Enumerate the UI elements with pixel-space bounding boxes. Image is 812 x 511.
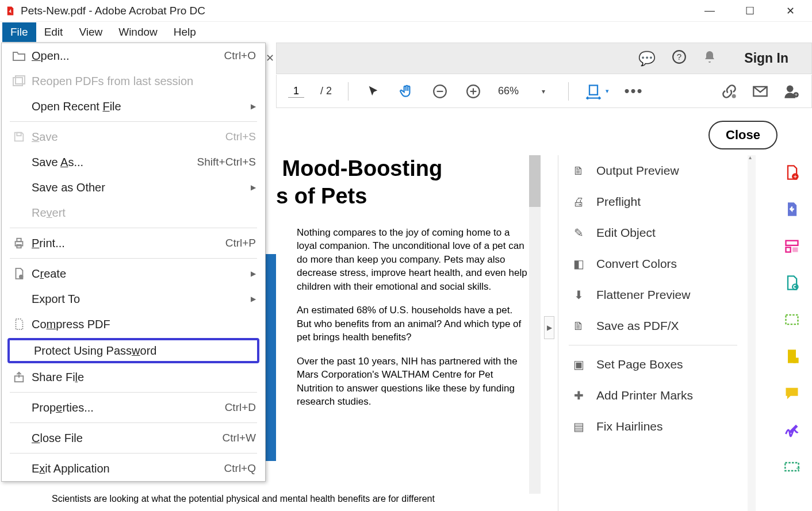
share-link-icon[interactable] <box>721 83 738 100</box>
submenu-arrow-icon: ▶ <box>251 295 256 303</box>
menu-view[interactable]: View <box>71 22 110 42</box>
more-strip-icon[interactable]: + <box>783 458 801 476</box>
file-menu-dropdown: Open... Ctrl+O Reopen PDFs from last ses… <box>1 43 266 482</box>
menu-create[interactable]: + Create ▶ <box>2 261 265 286</box>
menu-label: Properties... <box>32 401 225 414</box>
save-pdfx-icon: 🗎 <box>571 318 586 333</box>
window-controls: — ☐ ✕ <box>698 5 807 17</box>
main-toolbar: 1 / 2 66% ▾ ▾ ••• + <box>276 75 812 108</box>
minimize-button[interactable]: — <box>698 5 721 17</box>
panel-expand-handle[interactable]: ▶ <box>544 316 554 339</box>
menu-print[interactable]: Print... Ctrl+P <box>2 230 265 256</box>
document-title: Mood-Boostings of Pets <box>276 155 529 210</box>
page-number-input[interactable]: 1 <box>288 85 304 98</box>
compress-icon <box>10 317 28 331</box>
menu-save: Save Ctrl+S <box>2 124 265 149</box>
tool-output-preview[interactable]: 🗎Output Preview <box>558 155 748 186</box>
zoom-dropdown-icon[interactable]: ▾ <box>535 83 552 100</box>
separator <box>10 422 257 423</box>
quick-tools-strip: + + <box>772 155 812 511</box>
menu-help[interactable]: Help <box>166 22 204 42</box>
tool-set-page-boxes[interactable]: ▣Set Page Boxes <box>558 349 748 380</box>
titlebar: Pets-New.pdf - Adobe Acrobat Pro DC — ☐ … <box>0 0 812 22</box>
close-window-button[interactable]: ✕ <box>779 5 802 17</box>
sign-icon[interactable] <box>783 421 801 439</box>
tool-preflight[interactable]: 🖨Preflight <box>558 186 748 217</box>
shortcut: Ctrl+S <box>225 130 256 143</box>
help-icon[interactable]: ? <box>672 49 687 68</box>
menu-label: Export To <box>32 293 251 306</box>
svg-rect-7 <box>589 85 597 94</box>
sign-in-button[interactable]: Sign In <box>744 51 788 66</box>
organize-pages-icon[interactable] <box>783 237 801 255</box>
svg-text:+: + <box>796 463 800 472</box>
tab-close-icon[interactable]: ✕ <box>266 52 274 64</box>
more-tools-icon[interactable]: ••• <box>625 83 642 100</box>
fit-dropdown-icon[interactable]: ▾ <box>606 87 609 95</box>
shortcut: Ctrl+D <box>225 401 256 414</box>
document-paragraph: Nothing compares to the joy of coming ho… <box>297 226 529 293</box>
menu-open-recent[interactable]: Open Recent File ▶ <box>2 94 265 119</box>
tool-label: Convert Colors <box>596 257 677 271</box>
hand-tool-icon[interactable] <box>398 83 415 100</box>
comment-icon[interactable] <box>783 384 801 402</box>
submenu-arrow-icon: ▶ <box>251 270 256 278</box>
menu-edit[interactable]: Edit <box>36 22 71 42</box>
email-icon[interactable] <box>752 83 769 100</box>
submenu-arrow-icon: ▶ <box>251 183 256 191</box>
menu-label: Close File <box>32 432 222 445</box>
fit-width-icon[interactable] <box>585 83 602 100</box>
share-icon <box>10 370 28 384</box>
separator <box>10 258 257 259</box>
export-pdf-icon[interactable] <box>783 200 801 218</box>
save-icon <box>10 130 28 144</box>
menu-export[interactable]: Export To ▶ <box>2 286 265 312</box>
selection-tool-icon[interactable] <box>365 83 382 100</box>
menu-label: Exit Application <box>32 462 224 475</box>
menu-file[interactable]: File <box>2 22 36 42</box>
tool-convert-colors[interactable]: ◧Convert Colors <box>558 248 748 279</box>
menu-properties[interactable]: Properties... Ctrl+D <box>2 395 265 420</box>
acrobat-icon <box>5 5 16 17</box>
page-total: / 2 <box>320 85 332 97</box>
tool-label: Add Printer Marks <box>596 389 693 402</box>
menu-window[interactable]: Window <box>110 22 166 42</box>
zoom-in-icon[interactable] <box>465 83 482 100</box>
menu-protect-password[interactable]: Protect Using Password <box>10 340 257 361</box>
fill-sign-icon[interactable] <box>783 347 801 366</box>
zoom-level[interactable]: 66% <box>498 85 519 97</box>
menu-label: Protect Using Password <box>34 344 254 358</box>
menu-save-as[interactable]: Save As... Shift+Ctrl+S <box>2 149 265 175</box>
zoom-out-icon[interactable] <box>431 83 449 100</box>
menu-open[interactable]: Open... Ctrl+O <box>2 43 265 68</box>
tool-save-pdfx[interactable]: 🗎Save as PDF/X <box>558 310 748 341</box>
separator <box>10 121 257 122</box>
menu-close-file[interactable]: Close File Ctrl+W <box>2 425 265 451</box>
tool-label: Set Page Boxes <box>596 358 683 371</box>
tool-flattener-preview[interactable]: ⬇Flattener Preview <box>558 279 748 310</box>
bell-icon[interactable] <box>703 50 717 67</box>
edit-object-icon: ✎ <box>571 225 586 240</box>
menu-compress[interactable]: Compress PDF <box>2 312 265 337</box>
create-pdf-icon[interactable]: + <box>783 163 801 182</box>
close-button[interactable]: Close <box>708 121 777 149</box>
add-person-icon[interactable]: + <box>783 83 800 100</box>
enhance-scan-icon[interactable] <box>783 274 801 292</box>
protect-icon[interactable] <box>783 310 801 329</box>
submenu-arrow-icon: ▶ <box>251 102 256 110</box>
menu-save-other[interactable]: Save as Other ▶ <box>2 175 265 200</box>
menu-share-file[interactable]: Share File <box>2 364 265 390</box>
tools-panel-scrollbar[interactable] <box>748 155 756 511</box>
tool-edit-object[interactable]: ✎Edit Object <box>558 217 748 248</box>
maximize-button[interactable]: ☐ <box>738 5 761 17</box>
menu-exit[interactable]: Exit Application Ctrl+Q <box>2 456 265 481</box>
page-boxes-icon: ▣ <box>571 357 586 372</box>
document-scrollbar[interactable] <box>529 155 541 494</box>
comments-icon[interactable]: 💬 <box>638 51 656 67</box>
svg-text:?: ? <box>677 52 681 62</box>
tool-fix-hairlines[interactable]: ▤Fix Hairlines <box>558 411 748 442</box>
tool-add-printer-marks[interactable]: ✚Add Printer Marks <box>558 380 748 411</box>
menu-label: Save as Other <box>32 181 251 194</box>
tool-label: Flattener Preview <box>596 288 690 302</box>
preflight-icon: 🖨 <box>571 194 586 209</box>
